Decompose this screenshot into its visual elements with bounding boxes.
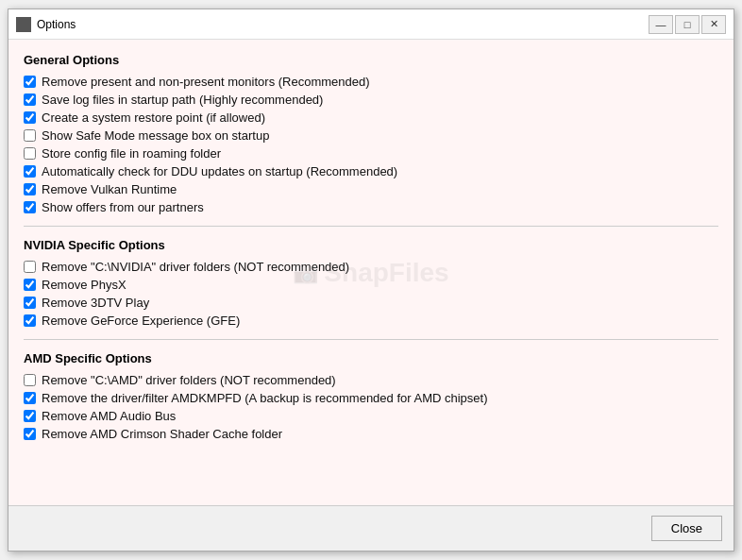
option-checkbox[interactable] bbox=[24, 428, 36, 440]
list-item: Remove PhysX bbox=[24, 278, 718, 292]
maximize-button[interactable]: □ bbox=[675, 15, 700, 34]
option-label: Create a system restore point (if allowe… bbox=[42, 110, 265, 125]
minimize-button[interactable]: — bbox=[649, 15, 673, 34]
option-checkbox[interactable] bbox=[24, 183, 36, 195]
list-item: Store config file in roaming folder bbox=[24, 146, 718, 161]
option-checkbox[interactable] bbox=[24, 111, 36, 124]
option-label: Show Safe Mode message box on startup bbox=[42, 128, 269, 143]
options-window: Options — □ ✕ 📷 SnapFiles General Option… bbox=[8, 8, 734, 552]
list-item: Remove "C:\AMD" driver folders (NOT reco… bbox=[24, 373, 718, 387]
general-options-list: Remove present and non-present monitors … bbox=[24, 75, 718, 214]
content-area: 📷 SnapFiles General Options Remove prese… bbox=[8, 40, 734, 505]
option-checkbox[interactable] bbox=[24, 297, 36, 309]
app-icon bbox=[16, 17, 31, 32]
list-item: Remove AMD Crimson Shader Cache folder bbox=[24, 427, 718, 441]
option-checkbox[interactable] bbox=[24, 165, 36, 178]
list-item: Remove AMD Audio Bus bbox=[24, 409, 718, 423]
option-label: Remove AMD Crimson Shader Cache folder bbox=[42, 427, 282, 441]
list-item: Automatically check for DDU updates on s… bbox=[24, 164, 718, 178]
list-item: Show Safe Mode message box on startup bbox=[24, 128, 718, 143]
list-item: Show offers from our partners bbox=[24, 200, 718, 214]
footer: Close bbox=[8, 505, 734, 551]
divider-1 bbox=[24, 226, 718, 227]
option-label: Remove Vulkan Runtime bbox=[42, 182, 177, 196]
option-label: Remove GeForce Experience (GFE) bbox=[42, 314, 240, 328]
option-checkbox[interactable] bbox=[24, 129, 36, 142]
option-checkbox[interactable] bbox=[24, 201, 36, 213]
general-options-section: General Options Remove present and non-p… bbox=[24, 53, 718, 214]
option-checkbox[interactable] bbox=[24, 147, 36, 160]
nvidia-options-section: NVIDIA Specific Options Remove "C:\NVIDI… bbox=[24, 238, 718, 328]
divider-2 bbox=[24, 339, 718, 340]
close-button[interactable]: Close bbox=[651, 516, 722, 541]
nvidia-options-title: NVIDIA Specific Options bbox=[24, 238, 718, 252]
option-label: Save log files in startup path (Highly r… bbox=[42, 93, 323, 107]
nvidia-options-list: Remove "C:\NVIDIA" driver folders (NOT r… bbox=[24, 260, 718, 328]
option-label: Remove PhysX bbox=[42, 278, 126, 292]
option-label: Store config file in roaming folder bbox=[42, 146, 221, 161]
option-checkbox[interactable] bbox=[24, 261, 36, 273]
window-title: Options bbox=[37, 18, 649, 31]
list-item: Remove present and non-present monitors … bbox=[24, 75, 718, 89]
list-item: Remove "C:\NVIDIA" driver folders (NOT r… bbox=[24, 260, 718, 274]
option-label: Remove AMD Audio Bus bbox=[42, 409, 176, 423]
option-label: Show offers from our partners bbox=[42, 200, 204, 214]
list-item: Remove Vulkan Runtime bbox=[24, 182, 718, 196]
option-label: Automatically check for DDU updates on s… bbox=[42, 164, 397, 178]
option-checkbox[interactable] bbox=[24, 374, 36, 386]
list-item: Remove the driver/filter AMDKMPFD (A bac… bbox=[24, 391, 718, 405]
option-label: Remove "C:\NVIDIA" driver folders (NOT r… bbox=[42, 260, 349, 274]
list-item: Save log files in startup path (Highly r… bbox=[24, 93, 718, 107]
option-checkbox[interactable] bbox=[24, 392, 36, 404]
window-controls: — □ ✕ bbox=[649, 15, 726, 34]
option-label: Remove present and non-present monitors … bbox=[42, 75, 370, 89]
list-item: Create a system restore point (if allowe… bbox=[24, 110, 718, 125]
list-item: Remove GeForce Experience (GFE) bbox=[24, 314, 718, 328]
close-window-button[interactable]: ✕ bbox=[701, 15, 726, 34]
amd-options-title: AMD Specific Options bbox=[24, 351, 718, 365]
amd-options-list: Remove "C:\AMD" driver folders (NOT reco… bbox=[24, 373, 718, 441]
option-label: Remove the driver/filter AMDKMPFD (A bac… bbox=[42, 391, 488, 405]
list-item: Remove 3DTV Play bbox=[24, 296, 718, 310]
amd-options-section: AMD Specific Options Remove "C:\AMD" dri… bbox=[24, 351, 718, 441]
option-checkbox[interactable] bbox=[24, 76, 36, 88]
option-label: Remove 3DTV Play bbox=[42, 296, 149, 310]
title-bar: Options — □ ✕ bbox=[8, 9, 734, 40]
option-checkbox[interactable] bbox=[24, 410, 36, 422]
general-options-title: General Options bbox=[24, 53, 718, 67]
option-checkbox[interactable] bbox=[24, 314, 36, 327]
option-label: Remove "C:\AMD" driver folders (NOT reco… bbox=[42, 373, 336, 387]
option-checkbox[interactable] bbox=[24, 279, 36, 291]
option-checkbox[interactable] bbox=[24, 93, 36, 106]
